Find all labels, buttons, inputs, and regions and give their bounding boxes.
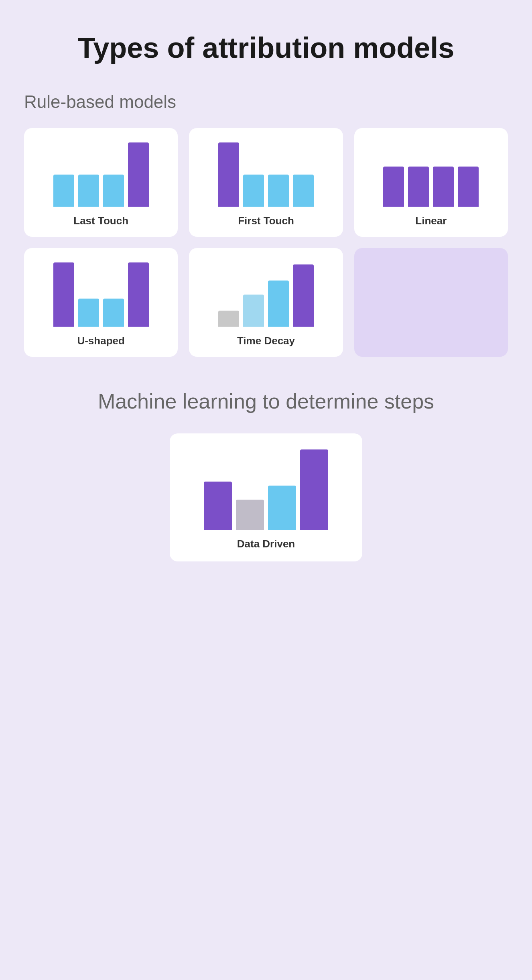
card-label-linear: Linear xyxy=(415,215,447,227)
bar xyxy=(236,500,264,530)
chart-first-touch xyxy=(200,142,331,207)
bar xyxy=(243,175,264,207)
bar xyxy=(103,299,124,327)
bar xyxy=(293,264,314,327)
bar xyxy=(268,175,289,207)
card-data-driven: Data Driven xyxy=(170,433,362,561)
ml-section: Machine learning to determine steps Data… xyxy=(24,389,508,561)
chart-u-shaped xyxy=(35,262,167,327)
bar xyxy=(383,167,404,207)
bar xyxy=(204,482,232,530)
ml-title: Machine learning to determine steps xyxy=(98,389,434,414)
bar xyxy=(128,142,149,207)
card-first-touch: First Touch xyxy=(189,128,343,237)
card-linear: Linear xyxy=(354,128,508,237)
card-time-decay: Time Decay xyxy=(189,248,343,357)
bar xyxy=(53,262,74,327)
bar xyxy=(408,167,429,207)
chart-data-driven xyxy=(194,449,338,530)
page-title: Types of attribution models xyxy=(24,32,508,64)
chart-last-touch xyxy=(35,142,167,207)
bar xyxy=(78,175,99,207)
card-label-last-touch: Last Touch xyxy=(73,215,128,227)
chart-time-decay xyxy=(200,262,331,327)
bar xyxy=(293,175,314,207)
bar xyxy=(268,486,296,530)
card-empty xyxy=(354,248,508,357)
card-label-data-driven: Data Driven xyxy=(237,538,295,550)
card-u-shaped: U-shaped xyxy=(24,248,178,357)
rule-based-grid: Last Touch First Touch Linear xyxy=(24,128,508,357)
bar xyxy=(128,262,149,327)
bar xyxy=(433,167,454,207)
card-last-touch: Last Touch xyxy=(24,128,178,237)
rule-based-label: Rule-based models xyxy=(24,92,508,112)
chart-linear xyxy=(365,142,497,207)
bar xyxy=(218,311,239,327)
card-label-first-touch: First Touch xyxy=(238,215,294,227)
bar xyxy=(78,299,99,327)
bar xyxy=(218,142,239,207)
bar xyxy=(268,281,289,327)
bar xyxy=(53,175,74,207)
bar xyxy=(300,449,328,530)
card-label-time-decay: Time Decay xyxy=(237,335,295,347)
bar xyxy=(243,295,264,327)
card-label-u-shaped: U-shaped xyxy=(77,335,124,347)
bar xyxy=(103,175,124,207)
bar xyxy=(458,167,479,207)
rule-based-section: Rule-based models Last Touch First Touch xyxy=(24,92,508,357)
